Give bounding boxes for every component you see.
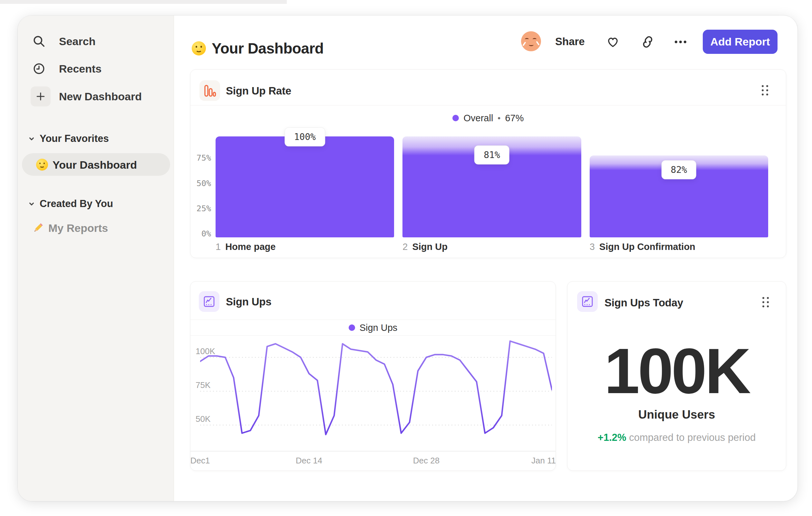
link-icon[interactable] <box>641 35 655 49</box>
sidebar-item-new-dashboard[interactable]: New Dashboard <box>18 85 174 108</box>
funnel-bar[interactable]: 100% <box>215 136 394 237</box>
sign-ups-today-card: Sign Ups Today 100K Unique Users +1.2% c… <box>567 281 786 471</box>
avatar[interactable] <box>521 31 541 51</box>
delta-note: compared to previous period <box>629 432 756 443</box>
sidebar-item-my-reports[interactable]: My Reports <box>18 217 174 238</box>
sidebar-item-your-dashboard[interactable]: Your Dashboard <box>22 153 170 176</box>
metric-delta: +1.2% compared to previous period <box>568 432 786 443</box>
line-chart-icon <box>577 291 598 312</box>
clock-icon <box>32 62 46 76</box>
funnel-step-label: 2Sign Up <box>402 242 447 252</box>
bar-chart-icon <box>199 80 220 101</box>
heart-icon[interactable] <box>606 35 620 49</box>
metric-value: 100K <box>568 339 786 403</box>
x-axis-line <box>191 451 555 452</box>
line-legend: Sign Ups <box>191 322 555 334</box>
sidebar-item-search[interactable]: Search <box>18 30 174 53</box>
funnel-bar[interactable]: 81% <box>402 136 581 237</box>
chevron-down-icon <box>27 200 36 208</box>
app-window: Search Recents New Dashboard Your Favori… <box>18 16 798 501</box>
sidebar-section-your-favorites[interactable]: Your Favorites <box>18 131 174 146</box>
funnel-bar-converted <box>590 170 768 237</box>
legend-value: 67% <box>505 113 524 124</box>
sidebar-item-label: Recents <box>59 62 102 75</box>
sidebar: Search Recents New Dashboard Your Favori… <box>18 16 174 501</box>
gridlines <box>200 357 552 425</box>
sign-ups-card: Sign Ups Sign Ups 100K75K50KDec1Dec 14De… <box>190 281 556 471</box>
sidebar-item-label: My Reports <box>48 222 108 235</box>
sidebar-section-created-by-you[interactable]: Created By You <box>18 196 174 212</box>
metric-label: Unique Users <box>568 408 786 422</box>
x-axis-tick: Dec 14 <box>296 456 322 466</box>
card-title: Sign Up Rate <box>226 85 291 97</box>
y-axis-tick: 75K <box>196 380 210 390</box>
funnel-y-tick: 25% <box>192 204 211 213</box>
divider <box>191 335 555 336</box>
chevron-down-icon <box>27 134 36 143</box>
funnel-step-label: 3Sign Up Confirmation <box>590 242 695 252</box>
delta-value: +1.2% <box>598 432 627 443</box>
x-axis-tick: Dec1 <box>191 456 210 466</box>
plus-icon <box>31 86 51 106</box>
background-window-artifact <box>0 0 287 4</box>
ellipsis-icon[interactable] <box>673 35 688 49</box>
divider <box>191 320 555 320</box>
y-axis-tick: 100K <box>196 346 215 356</box>
y-axis-tick: 50K <box>196 414 210 424</box>
legend-dot <box>453 115 459 121</box>
drag-handle-icon[interactable] <box>761 296 770 309</box>
conversion-tooltip: 81% <box>474 145 510 164</box>
line-series <box>200 341 552 435</box>
x-axis-tick: Dec 28 <box>413 456 439 466</box>
conversion-tooltip: 82% <box>662 160 697 179</box>
pencil-icon <box>31 222 44 236</box>
card-title: Sign Ups Today <box>605 297 683 309</box>
funnel-legend: Overall • 67% <box>191 111 786 125</box>
signup-rate-card: Sign Up Rate Overall • 67% 100%81%82% 1H… <box>190 69 786 258</box>
drag-handle-icon[interactable] <box>761 84 769 98</box>
line-chart <box>200 339 552 453</box>
conversion-tooltip: 100% <box>285 127 325 146</box>
funnel-y-tick: 50% <box>192 179 211 188</box>
funnel-y-tick: 75% <box>192 153 211 163</box>
smiley-emoji <box>192 41 206 55</box>
line-chart-icon <box>199 291 220 312</box>
page-title: Your Dashboard <box>192 39 323 57</box>
funnel-bar[interactable]: 82% <box>590 156 768 237</box>
sidebar-item-label: New Dashboard <box>59 90 142 103</box>
funnel-y-tick: 0% <box>192 229 211 238</box>
funnel-bar-converted <box>402 156 581 237</box>
smiley-emoji <box>36 159 48 171</box>
add-report-button[interactable]: Add Report <box>703 30 778 54</box>
funnel-step-label: 1Home page <box>215 242 276 252</box>
sidebar-item-label: Your Dashboard <box>53 159 137 171</box>
sidebar-item-label: Search <box>59 35 95 48</box>
sidebar-section-title: Your Favorites <box>40 133 109 144</box>
legend-dot <box>349 324 355 331</box>
funnel-plot: 100%81%82% <box>215 136 768 237</box>
sidebar-section-title: Created By You <box>40 198 113 210</box>
funnel-bar-converted <box>215 136 394 237</box>
card-title: Sign Ups <box>226 296 271 308</box>
sidebar-item-recents[interactable]: Recents <box>18 57 174 80</box>
x-axis-tick: Jan 11 <box>531 456 556 466</box>
search-icon <box>32 34 46 48</box>
share-button[interactable]: Share <box>555 35 585 48</box>
